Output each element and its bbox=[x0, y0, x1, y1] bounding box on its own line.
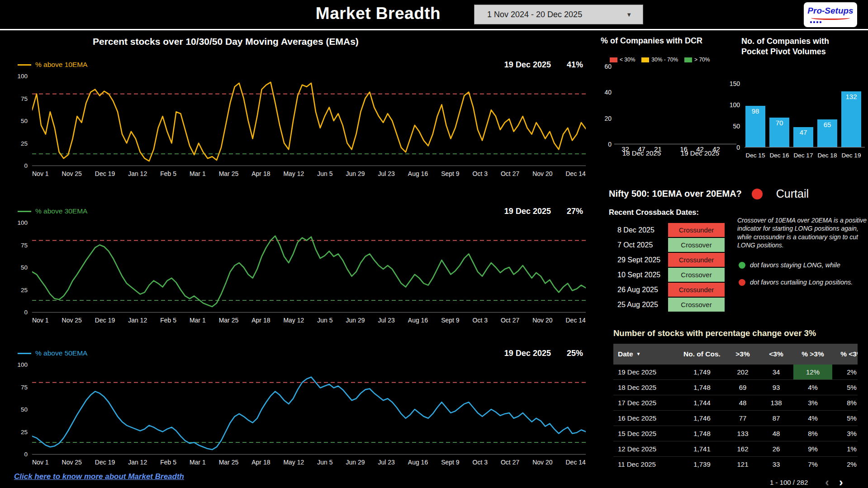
chevron-left-icon[interactable]: ‹ bbox=[825, 476, 829, 488]
cell-date: 16 Dec 2025 bbox=[613, 411, 678, 426]
table-row[interactable]: 11 Dec 20251,739121337%2% bbox=[613, 457, 858, 472]
legend-swatch bbox=[684, 57, 692, 62]
logo-text: Pro-Setups bbox=[807, 6, 853, 15]
latest-reading: 19 Dec 2025 41% bbox=[504, 60, 583, 70]
crossback-row: 7 Oct 2025Crossover bbox=[617, 237, 740, 252]
y-axis-tick: 150 bbox=[730, 80, 740, 87]
line-chart-30ema[interactable] bbox=[32, 223, 586, 313]
page-range-label: 1 - 100 / 282 bbox=[770, 479, 808, 486]
line-chart-svg bbox=[32, 365, 586, 454]
cell-value: 8% bbox=[793, 426, 832, 441]
pocket-pivot-bar[interactable]: 65 bbox=[817, 119, 837, 147]
x-axis-label: Jan 12 bbox=[128, 317, 147, 324]
crossback-date: 26 Aug 2025 bbox=[617, 286, 668, 294]
status-dot-red-icon bbox=[752, 189, 763, 199]
x-axis-label: Dec 14 bbox=[566, 317, 586, 324]
crossback-row: 10 Sept 2025Crossover bbox=[617, 267, 740, 282]
x-axis-label: Aug 16 bbox=[408, 459, 428, 466]
table-header-row: Date▼No. of Cos.>3%<3%% >3%% <3% bbox=[613, 344, 858, 365]
series-legend: % above 30EMA bbox=[18, 207, 87, 215]
x-axis-label: May 12 bbox=[283, 317, 304, 324]
x-axis: Nov 1Nov 25Dec 19Jan 12Feb 5Mar 1Mar 25A… bbox=[14, 317, 586, 324]
y-axis: 1007550250 bbox=[14, 365, 29, 454]
x-axis-label: Oct 27 bbox=[501, 459, 519, 466]
column-header[interactable]: No. of Cos. bbox=[678, 344, 726, 365]
line-chart-10ema[interactable] bbox=[32, 76, 586, 166]
crossback-status-chip: Crossunder bbox=[668, 283, 725, 297]
market-breadth-link[interactable]: Click here to know more about Market Bre… bbox=[14, 472, 184, 481]
pocket-pivot-bar[interactable]: 70 bbox=[769, 118, 789, 147]
chart-block-10ema: % above 10EMA 19 Dec 2025 41% 1007550250… bbox=[14, 57, 586, 177]
bar-value-label: 98 bbox=[745, 107, 765, 115]
cell-value: 1,749 bbox=[678, 365, 726, 380]
column-header[interactable]: Date▼ bbox=[613, 344, 678, 365]
dcr-bar-chart: 6040200 324721164242 bbox=[601, 66, 736, 144]
table-row[interactable]: 15 Dec 20251,748133488%3% bbox=[613, 426, 858, 441]
x-axis-label: Dec 19 bbox=[95, 170, 115, 177]
cell-value: 34 bbox=[759, 365, 793, 380]
y-axis: 1007550250 bbox=[14, 223, 29, 312]
pocket-pivot-bar[interactable]: 98 bbox=[745, 106, 765, 147]
table-row[interactable]: 12 Dec 20251,741162269%1% bbox=[613, 441, 858, 457]
table-row[interactable]: 19 Dec 20251,7492023412%2% bbox=[613, 365, 858, 380]
table-row[interactable]: 16 Dec 20251,74677874%5% bbox=[613, 411, 858, 426]
y-axis-tick: 0 bbox=[24, 451, 28, 458]
column-header[interactable]: % >3% bbox=[793, 344, 832, 365]
chevron-right-icon[interactable]: › bbox=[839, 476, 843, 488]
cell-value: 202 bbox=[726, 365, 759, 380]
nifty-panel: Nifty 500: 10EMA over 20EMA? Curtail Rec… bbox=[609, 187, 865, 300]
green-dot-icon bbox=[739, 262, 745, 269]
cell-value: 26 bbox=[759, 441, 793, 457]
y-axis-tick: 75 bbox=[21, 95, 28, 102]
cell-value: 12% bbox=[793, 365, 832, 380]
x-axis-label: Apr 18 bbox=[251, 459, 270, 466]
x-axis-label: Jun 5 bbox=[317, 317, 332, 324]
chart-block-50ema: % above 50EMA 19 Dec 2025 25% 1007550250… bbox=[14, 346, 586, 466]
pocket-pivot-title: No. of Companies with Pocket Pivot Volum… bbox=[741, 36, 852, 57]
cell-value: 48 bbox=[759, 426, 793, 441]
x-axis-label: Dec 16 bbox=[769, 152, 789, 159]
sort-desc-icon: ▼ bbox=[636, 351, 641, 356]
cell-value: 5% bbox=[832, 411, 858, 426]
crossback-date: 10 Sept 2025 bbox=[617, 271, 668, 279]
y-axis-tick: 50 bbox=[21, 264, 28, 271]
cell-value: 48 bbox=[726, 395, 759, 411]
red-dot-note-text: dot favors curtailing Long positions. bbox=[750, 279, 853, 286]
x-axis-label: Nov 25 bbox=[62, 317, 82, 324]
cell-value: 87 bbox=[759, 411, 793, 426]
dcr-panel: % of Companies with DCR < 30%30% - 70%> … bbox=[601, 36, 736, 157]
line-chart-svg bbox=[32, 223, 586, 312]
column-header[interactable]: <3% bbox=[759, 344, 793, 365]
latest-date: 19 Dec 2025 bbox=[504, 349, 551, 358]
x-axis-label: Oct 27 bbox=[501, 317, 519, 324]
column-header[interactable]: >3% bbox=[726, 344, 759, 365]
crossback-status-chip: Crossover bbox=[668, 298, 725, 312]
cell-value: 69 bbox=[726, 380, 759, 395]
dcr-bars: 324721164242 bbox=[614, 66, 736, 144]
pp-bars: 98704765132 bbox=[745, 84, 865, 147]
x-axis-label: Oct 27 bbox=[501, 170, 519, 177]
cell-value: 1,748 bbox=[678, 426, 726, 441]
bar-value-label: 16 bbox=[676, 145, 691, 153]
table-row[interactable]: 18 Dec 20251,74869934%5% bbox=[613, 380, 858, 395]
x-axis-label: Sept 9 bbox=[441, 459, 459, 466]
column-header[interactable]: % <3% bbox=[832, 344, 858, 365]
x-axis-label: Sept 9 bbox=[441, 317, 459, 324]
y-axis-tick: 50 bbox=[21, 118, 28, 124]
cell-value: 2% bbox=[832, 457, 858, 472]
pro-setups-logo: Pro-Setups bbox=[804, 2, 857, 27]
table-row[interactable]: 17 Dec 20251,744481383%8% bbox=[613, 395, 858, 411]
x-axis-label: Nov 20 bbox=[532, 317, 552, 324]
x-axis-label: Nov 25 bbox=[62, 170, 82, 177]
line-chart-50ema[interactable] bbox=[32, 365, 586, 455]
cell-value: 1,741 bbox=[678, 441, 726, 457]
dcr-title: % of Companies with DCR bbox=[601, 36, 736, 46]
cell-date: 12 Dec 2025 bbox=[613, 441, 678, 457]
pocket-pivot-panel: No. of Companies with Pocket Pivot Volum… bbox=[729, 36, 865, 159]
x-axis-label: Dec 19 bbox=[841, 152, 861, 159]
pocket-pivot-bar[interactable]: 47 bbox=[793, 127, 813, 147]
y-axis-tick: 25 bbox=[21, 428, 28, 435]
pocket-pivot-bar[interactable]: 132 bbox=[841, 91, 861, 147]
date-range-dropdown[interactable]: 1 Nov 2024 - 20 Dec 2025 ▼ bbox=[474, 5, 643, 24]
cell-value: 33 bbox=[759, 457, 793, 472]
